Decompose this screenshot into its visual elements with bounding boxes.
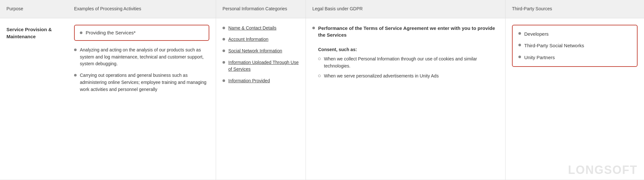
example-bullet-1 bbox=[74, 49, 77, 51]
personal-item-5: Information Provided bbox=[223, 77, 299, 85]
third-party-box: Developers Third-Party Social Networks U… bbox=[512, 25, 638, 67]
header-purpose: Purpose bbox=[0, 0, 68, 18]
third-party-text-2: Third-Party Social Networks bbox=[524, 42, 584, 50]
body-row-1: Service Provision & Maintenance Providin… bbox=[0, 18, 644, 180]
third-party-bullet-3 bbox=[518, 56, 521, 58]
main-table: Purpose Examples of Processing Activitie… bbox=[0, 0, 644, 180]
personal-bullet-3 bbox=[223, 50, 225, 52]
legal-sub-label: Consent, such as: bbox=[318, 46, 499, 53]
third-party-bullet-2 bbox=[518, 44, 521, 46]
personal-link-4[interactable]: Information Uploaded Through Use of Serv… bbox=[228, 59, 299, 73]
personal-bullet-1 bbox=[223, 27, 225, 29]
legal-cell: Performance of the Terms of Service Agre… bbox=[306, 18, 506, 180]
personal-item-1: Name & Contact Details bbox=[223, 25, 299, 32]
providing-services-bullet bbox=[80, 32, 82, 34]
legal-open-bullet-1 bbox=[318, 58, 321, 60]
example-bullet-2 bbox=[74, 74, 77, 76]
purpose-label: Service Provision & Maintenance bbox=[6, 27, 52, 40]
header-examples: Examples of Processing Activities bbox=[68, 0, 216, 18]
example-text-2: Carrying out operations and general busi… bbox=[80, 72, 209, 93]
personal-bullet-5 bbox=[223, 79, 225, 82]
providing-services-box: Providing the Services* bbox=[74, 25, 209, 41]
personal-link-1[interactable]: Name & Contact Details bbox=[228, 25, 276, 32]
examples-cell: Providing the Services* Analyzing and ac… bbox=[68, 18, 216, 180]
providing-services-text: Providing the Services* bbox=[86, 29, 136, 37]
personal-item-2: Account Information bbox=[223, 36, 299, 43]
personal-bullet-4 bbox=[223, 61, 225, 64]
third-party-text-3: Unity Partners bbox=[524, 54, 555, 61]
third-party-text-1: Developers bbox=[524, 31, 549, 38]
legal-main-text: Performance of the Terms of Service Agre… bbox=[318, 25, 499, 39]
personal-item-4: Information Uploaded Through Use of Serv… bbox=[223, 59, 299, 73]
example-text-1: Analyzing and acting on the analysis of … bbox=[80, 47, 209, 68]
third-party-item-1: Developers bbox=[518, 31, 631, 38]
legal-text-2: When we serve personalized advertisement… bbox=[324, 73, 439, 80]
third-party-bullet-1 bbox=[518, 32, 521, 35]
personal-item-3: Social Network Information bbox=[223, 48, 299, 55]
third-party-cell: Developers Third-Party Social Networks U… bbox=[506, 18, 644, 180]
legal-main-bullet bbox=[312, 27, 315, 29]
example-item-2: Carrying out operations and general busi… bbox=[74, 72, 209, 93]
legal-item-2: When we serve personalized advertisement… bbox=[318, 73, 499, 80]
personal-bullet-2 bbox=[223, 38, 225, 40]
header-legal: Legal Basis under GDPR bbox=[306, 0, 506, 18]
legal-main-item: Performance of the Terms of Service Agre… bbox=[312, 25, 499, 42]
personal-link-2[interactable]: Account Information bbox=[228, 36, 269, 43]
personal-link-3[interactable]: Social Network Information bbox=[228, 48, 282, 55]
purpose-cell: Service Provision & Maintenance bbox=[0, 18, 68, 180]
third-party-item-2: Third-Party Social Networks bbox=[518, 42, 631, 50]
personal-link-5[interactable]: Information Provided bbox=[228, 77, 270, 85]
legal-text-1: When we collect Personal Information thr… bbox=[324, 56, 499, 69]
legal-open-bullet-2 bbox=[318, 75, 321, 77]
legal-item-1: When we collect Personal Information thr… bbox=[318, 56, 499, 69]
header-row: Purpose Examples of Processing Activitie… bbox=[0, 0, 644, 18]
header-personal: Personal Information Categories bbox=[216, 0, 306, 18]
example-item-1: Analyzing and acting on the analysis of … bbox=[74, 47, 209, 68]
header-third: Third-Party Sources bbox=[506, 0, 644, 18]
third-party-item-3: Unity Partners bbox=[518, 54, 631, 61]
personal-info-cell: Name & Contact Details Account Informati… bbox=[216, 18, 306, 180]
